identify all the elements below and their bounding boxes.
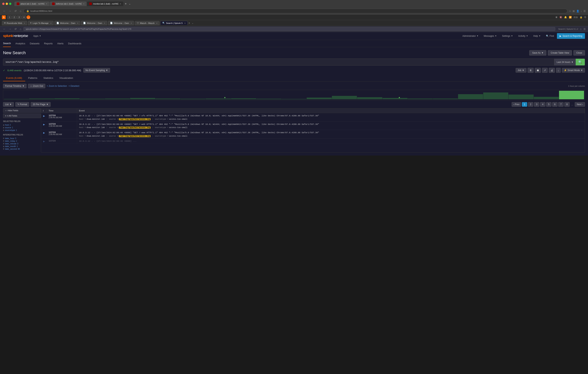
search-reporting-button[interactable]: ▶ Search & Reporting (557, 33, 585, 39)
format-timeline-button[interactable]: Format Timeline ▼ (3, 84, 27, 88)
event-2-sourcetype-val[interactable]: access-too-small (169, 127, 187, 129)
splunk-forward-btn[interactable]: → (8, 27, 12, 31)
ff-tab-roundcube-close[interactable]: × (24, 22, 25, 24)
tab-2-close[interactable]: × (83, 3, 84, 5)
event-4-expand[interactable]: ▶ (41, 139, 47, 144)
format-button[interactable]: ✎ Format (15, 102, 29, 107)
field-source[interactable]: a source 1 (3, 126, 41, 129)
ff-tab-overflow[interactable]: ⌄ (192, 22, 194, 24)
field-host[interactable]: a host 2 (3, 124, 41, 126)
ff-tab-welcome2[interactable]: 📄 Welcome :: Dam × (81, 21, 107, 25)
zoom-to-selection-button[interactable]: + Zoom to Selection (47, 85, 67, 87)
bell-icon[interactable]: 🔔 (564, 16, 567, 19)
browser-tab-2[interactable]: defense.lab:1 (kali) - noVNC × (50, 1, 87, 6)
search-submit-button[interactable]: 🔍 (576, 59, 585, 65)
display-icon[interactable]: 🖥 (555, 16, 557, 19)
export-button[interactable]: ↓ (556, 68, 561, 73)
sys-workspace-2[interactable]: 2 (12, 15, 17, 19)
field-date-hour[interactable]: # date_hour 3 (3, 137, 41, 140)
maximize-window-btn[interactable] (9, 3, 11, 5)
browser-tab-1[interactable]: attack.lab:1 (kali) - noVNC × (14, 1, 49, 6)
splunk-home-btn[interactable]: ⌂ (19, 27, 22, 31)
page-1-button[interactable]: 1 (522, 102, 527, 107)
ff-tab-splunk-close[interactable]: × (184, 22, 185, 24)
hide-fields-button[interactable]: ‹ ‹ Hide Fields (3, 108, 41, 113)
address-bar[interactable]: 🔒 localhost:8080/vnc.html (23, 9, 567, 13)
menu-icon[interactable]: ☰ (583, 10, 586, 12)
ff-tab-wazuh[interactable]: 🛡 Wazuh - Wazuh × (135, 21, 159, 25)
create-table-view-button[interactable]: Create Table View (548, 50, 572, 55)
splunk-url-bar[interactable]: splunk.lab/en-US/app/search/search?q=sea… (23, 27, 555, 31)
sys-workspace-3[interactable]: 3 (17, 15, 21, 19)
google-icon[interactable]: G (584, 16, 586, 19)
ff-tab-splunk[interactable]: 🔍 Search | Splunk S × (160, 21, 188, 25)
stop-button[interactable]: ⏹ (535, 68, 541, 73)
tab-visualization[interactable]: Visualization (56, 75, 76, 81)
download-icon[interactable]: ↓ (581, 10, 582, 12)
prev-page-button[interactable]: ‹ Prev (512, 102, 521, 107)
zoom-out-button[interactable]: — Zoom Out (28, 84, 45, 88)
field-sourcetype[interactable]: a sourcetype 1 (3, 129, 41, 131)
profile-icon[interactable]: 👤 (576, 10, 579, 12)
close-button[interactable]: Close (573, 50, 585, 55)
ff-new-tab-button[interactable]: + (189, 21, 190, 25)
ff-tab-welcome2-close[interactable]: × (104, 22, 105, 24)
minimize-window-btn[interactable] (6, 3, 8, 5)
event-3-expand[interactable]: ▶ (41, 130, 47, 138)
bookmark-icon[interactable]: ☆ (569, 10, 571, 12)
event-1-sourcetype-val[interactable]: access-too-small (169, 118, 187, 120)
nav-settings[interactable]: Settings ▼ (500, 33, 515, 39)
nav-help[interactable]: Help ▼ (531, 33, 543, 39)
forward-button[interactable]: → (8, 9, 12, 13)
lock-taskbar-icon[interactable]: 🔒 (580, 16, 583, 19)
tab-statistics[interactable]: Statistics (40, 75, 56, 81)
event-3-source-val[interactable]: /var/log/apache2/access.log (119, 135, 151, 137)
nav-messages[interactable]: Messages ▼ (482, 33, 499, 39)
event-1-source-val[interactable]: /var/log/apache2/access.log (119, 118, 151, 120)
page-5-button[interactable]: 5 (546, 102, 551, 107)
ff-tab-roundcube[interactable]: ✉ Roundcube Web × (2, 21, 27, 25)
page-7-button[interactable]: 7 (558, 102, 564, 107)
extensions-icon[interactable]: ⊞ (573, 10, 575, 12)
page-3-button[interactable]: 3 (534, 102, 539, 107)
next-page-button[interactable]: Next › (575, 102, 585, 107)
page-2-button[interactable]: 2 (528, 102, 533, 107)
tab-events[interactable]: Events (8,448) (3, 75, 25, 81)
field-date-mday[interactable]: # date_mday 2 (3, 140, 41, 142)
splunk-reload-btn[interactable]: ↺ (14, 27, 17, 31)
splunk-back-btn[interactable]: ← (2, 27, 6, 31)
page-6-button[interactable]: 6 (552, 102, 557, 107)
new-tab-button[interactable]: + (124, 2, 128, 6)
back-button[interactable]: ← (2, 9, 6, 13)
page-4-button[interactable]: 4 (540, 102, 545, 107)
ff-tab-login[interactable]: ✕ Login To Manage × (28, 21, 54, 25)
subnav-dashboards[interactable]: Dashboards (68, 40, 81, 47)
nav-find[interactable]: 🔍 Find (544, 33, 556, 39)
browser-tab-3[interactable]: monitor.lab:1 (kali) - noVNC × (87, 1, 123, 6)
subnav-search[interactable]: Search (3, 40, 11, 47)
event-1-expand[interactable]: ▶ (41, 113, 47, 121)
splunk-menu-icon[interactable]: ☰ (583, 28, 586, 31)
list-button[interactable]: List ▼ (3, 102, 14, 107)
subnav-analytics[interactable]: Analytics (15, 40, 25, 47)
nav-activity[interactable]: Activity ▼ (516, 33, 530, 39)
nav-administrator[interactable]: Administrator ▼ (460, 33, 481, 39)
sys-workspace-4[interactable]: 4 (22, 15, 26, 19)
timeline-chart[interactable] (3, 90, 585, 100)
ff-tab-login-close[interactable]: × (50, 22, 51, 24)
page-8-button[interactable]: 8 (564, 102, 570, 107)
per-page-button[interactable]: 20 Per Page ▼ (31, 102, 51, 107)
field-date-second[interactable]: # date_second 48 (3, 148, 41, 150)
ff-tab-welcome3-close[interactable]: × (131, 22, 132, 24)
field-date-minute[interactable]: # date_minute 3 (3, 142, 41, 145)
event-1-host-val[interactable]: dvwa-monitor.lab (87, 118, 105, 120)
event-2-expand[interactable]: ▶ (41, 122, 47, 130)
smart-mode-button[interactable]: ⚡ Smart Mode ▼ (562, 68, 585, 73)
close-window-btn[interactable] (2, 3, 5, 5)
tab-overflow[interactable]: ⌄ (129, 2, 131, 5)
event-3-host-val[interactable]: dvwa-monitor.lab (87, 135, 105, 137)
job-button[interactable]: Job ▼ (516, 68, 526, 73)
audio-icon[interactable]: 🔇 (559, 16, 562, 19)
sys-workspace-1[interactable]: 1 (7, 15, 12, 19)
ff-tab-welcome1-close[interactable]: × (77, 22, 78, 24)
